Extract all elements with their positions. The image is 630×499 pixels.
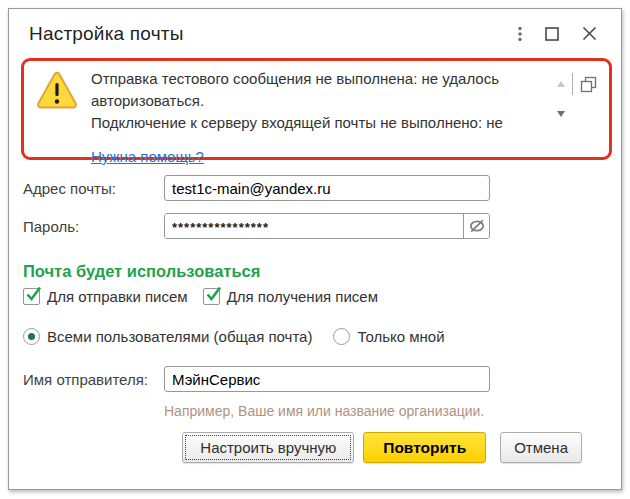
scroll-down-icon[interactable] [557,111,565,117]
menu-dots-icon[interactable] [518,25,522,43]
email-field[interactable] [164,175,490,201]
error-alert: Отправка тестового сообщения не выполнен… [21,58,612,160]
email-label: Адрес почты: [23,180,164,197]
radio-all-users[interactable]: Всеми пользователями (общая почта) [23,328,312,345]
password-field-wrap [164,213,490,239]
close-icon[interactable] [582,25,597,43]
usage-section-header: Почта будет использоваться [23,262,621,281]
radio-only-me[interactable]: Только мной [333,328,444,345]
radio-circle[interactable] [23,328,40,345]
checkbox-box[interactable] [203,288,220,305]
help-link[interactable]: Нужна помощь? [91,148,204,165]
radio-label: Всеми пользователями (общая почта) [47,328,312,345]
alert-line: Подключение к серверу входящей почты не … [91,112,557,134]
copy-icon[interactable] [580,76,597,93]
divider [572,73,573,95]
checkbox-box[interactable] [23,288,40,305]
page-title: Настройка почты [29,23,518,45]
usage-checkbox-row: Для отправки писем Для получения писем [23,288,621,305]
password-row: Пароль: [23,213,621,239]
radio-label: Только мной [357,328,444,345]
window-controls [518,25,597,43]
usage-radio-row: Всеми пользователями (общая почта) Тольк… [23,328,621,345]
sender-name-field[interactable] [164,366,490,392]
radio-circle[interactable] [333,328,350,345]
alert-scroll-controls [557,68,603,151]
mail-settings-dialog: Настройка почты [8,8,622,490]
checkbox-receive-mail[interactable]: Для получения писем [203,288,378,305]
configure-manually-button[interactable]: Настроить вручную [182,432,354,463]
alert-line: авторизоваться. [91,90,557,112]
alert-line: Отправка тестового сообщения не выполнен… [91,68,557,90]
retry-button[interactable]: Повторить [363,432,486,463]
eye-slash-icon[interactable] [463,214,489,238]
password-label: Пароль: [23,218,164,235]
email-row: Адрес почты: [23,175,621,201]
sender-name-row: Имя отправителя: [23,366,621,392]
radio-dot [28,333,35,340]
password-field[interactable] [165,214,463,238]
checkbox-label: Для получения писем [227,288,378,305]
scroll-up-icon[interactable] [557,81,565,87]
footer-buttons: Настроить вручную Повторить Отмена [9,432,621,463]
warning-icon [36,71,78,111]
checkbox-send-mail[interactable]: Для отправки писем [23,288,188,305]
sender-name-hint: Например, Ваше имя или название организа… [164,403,621,419]
titlebar: Настройка почты [9,9,621,58]
sender-name-label: Имя отправителя: [23,371,164,388]
cancel-button[interactable]: Отмена [500,432,582,463]
alert-message: Отправка тестового сообщения не выполнен… [91,68,557,151]
checkbox-label: Для отправки писем [47,288,188,305]
maximize-icon[interactable] [545,25,559,43]
